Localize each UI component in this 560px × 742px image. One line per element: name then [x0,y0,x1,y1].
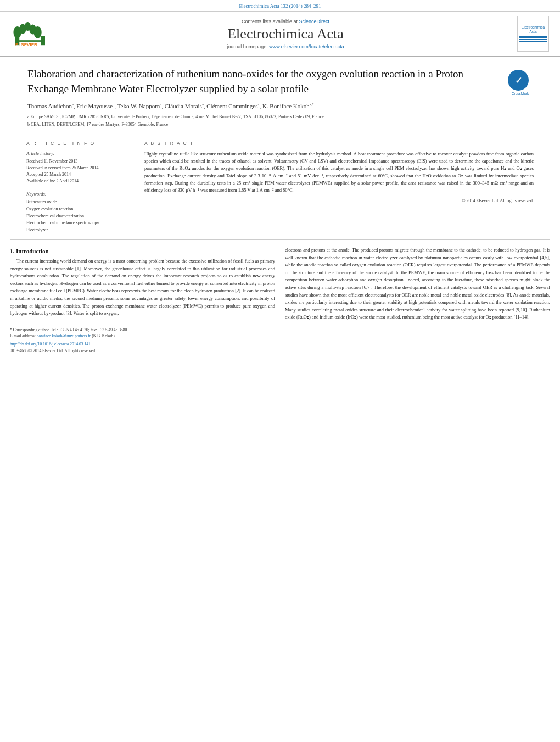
main-col-right: electrons and protons at the anode. The … [285,247,550,354]
available-date: Available online 2 April 2014 [26,178,125,185]
journal-logo-box: Electrochimica Acta [517,16,549,52]
journal-homepage: journal homepage: www.elsevier.com/locat… [66,44,505,49]
journal-center: Contents lists available at ScienceDirec… [66,19,505,49]
abstract-col: A B S T R A C T Highly crystalline rutil… [144,141,534,234]
intro-paragraph1: The current increasing world demand on e… [10,258,275,317]
article-history-title: Article history: [26,150,125,156]
doi-link[interactable]: http://dx.doi.org/10.1016/j.electacta.20… [10,342,91,347]
affiliation-a: a Equipe SAMCat, IC2MP, UMR 7285 CNRS, U… [27,114,500,120]
crossmark-logo: ✓ CrossMark [508,70,533,96]
keyword-2: Oxygen evolution reaction [26,206,125,213]
page-wrapper: Electrochimica Acta 132 (2014) 284–291 E… [0,0,560,359]
sciencedirect-link[interactable]: ScienceDirect [299,19,330,24]
article-title-text: Elaboration and characterization of ruth… [27,67,500,129]
revised-date: Received in revised form 25 March 2014 [26,165,125,171]
main-col-left: 1. Introduction The current increasing w… [10,247,275,354]
keywords-block: Keywords: Ruthenium oxide Oxygen evoluti… [26,191,125,234]
article-info-col: A R T I C L E I N F O Article history: R… [26,141,133,234]
svg-text:ELSEVIER: ELSEVIER [15,42,37,46]
article-title-section: Elaboration and characterization of ruth… [0,57,560,135]
article-history-block: Article history: Received 11 November 20… [26,150,125,185]
keywords-title: Keywords: [26,191,125,197]
email-link[interactable]: boniface.kokoh@univ-poitiers.fr [37,333,91,338]
email-note: E-mail address: boniface.kokoh@univ-poit… [10,333,275,339]
issn-note: 0013-4686/© 2014 Elsevier Ltd. All right… [10,348,275,354]
article-info-abstract: A R T I C L E I N F O Article history: R… [10,135,550,240]
affiliation-b: b CEA, LITEN, DEHT/LCPEM, 17 rue des Mar… [27,121,500,127]
abstract-section: A B S T R A C T Highly crystalline rutil… [144,141,534,203]
keyword-3: Electrochemical characterization [26,213,125,220]
keyword-1: Ruthenium oxide [26,199,125,206]
top-citation-bar: Electrochimica Acta 132 (2014) 284–291 [0,0,560,12]
corresponding-author-note: * Corresponding author. Tel.: +33 5 49 4… [10,327,275,333]
journal-logo-right: Electrochimica Acta [511,16,549,52]
received-date: Received 11 November 2013 [26,158,125,165]
contents-line: Contents lists available at ScienceDirec… [66,19,505,24]
intro-heading: 1. Introduction [10,248,275,254]
doi-note: http://dx.doi.org/10.1016/j.electacta.20… [10,341,275,347]
abstract-text: Highly crystalline rutile-like structure… [144,150,534,194]
journal-title: Electrochimica Acta [66,26,505,42]
elsevier-logo: ELSEVIER [11,21,60,46]
journal-header: ELSEVIER Contents lists available at Sci… [0,12,560,57]
abstract-label: A B S T R A C T [144,141,534,146]
logo-box-title: Electrochimica Acta [522,25,545,34]
footnote-section: * Corresponding author. Tel.: +33 5 49 4… [10,323,275,354]
keyword-4: Electrochemical impedance spectroscopy [26,220,125,227]
crossmark-icon: ✓ [508,70,529,91]
article-authors: Thomas Audichona, Eric Mayousseb, Teko W… [27,102,500,111]
keyword-5: Electrolyzer [26,227,125,234]
homepage-url[interactable]: www.elsevier.com/locate/electacta [269,44,344,49]
intro-paragraph-right: electrons and protons at the anode. The … [285,247,550,321]
citation-text: Electrochimica Acta 132 (2014) 284–291 [239,3,321,9]
main-content: 1. Introduction The current increasing w… [0,240,560,359]
svg-rect-7 [18,40,43,42]
accepted-date: Accepted 25 March 2014 [26,171,125,178]
svg-point-5 [33,26,41,38]
abstract-copyright: © 2014 Elsevier Ltd. All rights reserved… [144,198,534,203]
article-info-label: A R T I C L E I N F O [26,141,125,146]
article-main-title: Elaboration and characterization of ruth… [27,67,500,96]
